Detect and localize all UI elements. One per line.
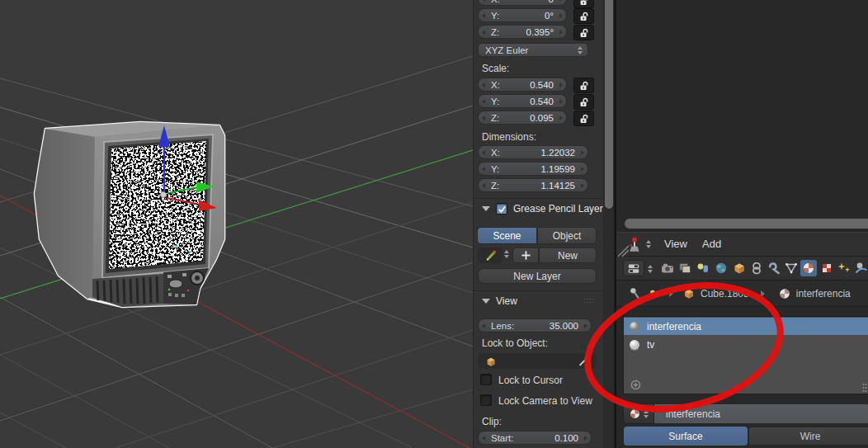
- tab-world[interactable]: [713, 260, 729, 276]
- particles-sparkles-icon: [837, 261, 851, 276]
- tab-constraints[interactable]: [748, 260, 765, 276]
- scale-z-lock-button[interactable]: [573, 111, 594, 126]
- pin-icon[interactable]: [628, 286, 642, 300]
- lock-to-object-field[interactable]: [478, 353, 597, 369]
- menu-add[interactable]: Add: [702, 238, 721, 250]
- scene-breadcrumb-icon[interactable]: [649, 287, 662, 300]
- texture-checker-icon: [819, 261, 834, 276]
- rotation-z-lock-button[interactable]: [573, 25, 594, 40]
- material-sphere-icon: [629, 408, 641, 420]
- breadcrumb-material[interactable]: interferencia: [796, 288, 851, 299]
- mesh-data-icon: [784, 261, 799, 276]
- gp-new-plus-button[interactable]: [512, 248, 539, 263]
- gp-source-stepper[interactable]: [504, 250, 509, 258]
- list-resize-grip-icon[interactable]: [862, 383, 867, 393]
- increment-arrow-icon[interactable]: [559, 0, 563, 2]
- material-type-wire[interactable]: Wire: [748, 427, 868, 446]
- material-slot-row[interactable]: tv: [624, 336, 868, 353]
- material-sphere-icon: [629, 321, 640, 332]
- tab-particles[interactable]: [836, 260, 852, 276]
- material-sphere-icon: [801, 261, 816, 276]
- tab-modifiers[interactable]: [766, 260, 782, 276]
- unlock-icon: [578, 80, 590, 92]
- view-panel-title: View: [496, 295, 517, 307]
- gp-new-layer-button[interactable]: New Layer: [478, 268, 597, 284]
- tab-texture[interactable]: [818, 260, 835, 276]
- breadcrumb-separator-icon: [669, 290, 673, 297]
- clip-section-label: Clip:: [482, 416, 502, 427]
- scale-y-field[interactable]: Y: 0.540: [478, 94, 567, 108]
- collapse-triangle-icon[interactable]: [482, 299, 490, 304]
- clip-start-field[interactable]: Start: 0.100: [478, 431, 592, 445]
- lock-camera-label: Lock Camera to View: [498, 395, 592, 407]
- rotation-x-label: X:: [491, 0, 500, 4]
- decrement-arrow-icon[interactable]: [482, 0, 485, 2]
- scale-x-field[interactable]: X: 0.540: [478, 78, 567, 92]
- view-panel-header[interactable]: View: [482, 295, 517, 307]
- scale-x-lock-button[interactable]: [573, 78, 594, 93]
- rotation-z-field[interactable]: Z: 0.395°: [478, 25, 567, 39]
- gp-tab-object[interactable]: Object: [537, 227, 597, 244]
- lock-to-cursor-checkbox[interactable]: [480, 374, 492, 385]
- manipulator-center[interactable]: [161, 192, 167, 198]
- editor-resize-grip-icon[interactable]: [616, 244, 630, 257]
- rotation-x-field[interactable]: X: 0: [478, 0, 567, 6]
- scale-z-field[interactable]: Z: 0.095: [478, 111, 567, 125]
- properties-editor-type-icon: [627, 262, 640, 275]
- dimensions-y-field[interactable]: Y: 1.19599: [478, 162, 588, 176]
- tab-object-data[interactable]: [783, 260, 800, 276]
- stepper-arrows-icon[interactable]: [578, 46, 583, 54]
- tab-material[interactable]: [800, 260, 817, 276]
- properties-editor-type-button[interactable]: [623, 260, 644, 276]
- material-sphere-icon: [778, 287, 791, 300]
- gp-new-button[interactable]: New: [539, 248, 597, 263]
- datablock-stepper[interactable]: [644, 410, 649, 418]
- panel-grip-icon[interactable]: ::::: [583, 296, 595, 304]
- n-panel-scrollbar[interactable]: [605, 0, 613, 209]
- gp-draw-button[interactable]: [478, 248, 502, 263]
- dimensions-section-label: Dimensions:: [482, 131, 536, 143]
- breadcrumb-object[interactable]: Cube.1803: [701, 288, 749, 299]
- lock-camera-checkbox[interactable]: [480, 394, 492, 406]
- editor-type-stepper[interactable]: [648, 265, 653, 273]
- tab-scene[interactable]: [695, 260, 711, 276]
- tab-physics[interactable]: [853, 260, 868, 276]
- slot-name: tv: [647, 339, 654, 351]
- editor-type-stepper[interactable]: [646, 240, 651, 248]
- dimensions-x-field[interactable]: X: 1.22032: [478, 145, 588, 159]
- lock-to-object-label: Lock to Object:: [482, 337, 548, 349]
- eyedropper-icon[interactable]: [578, 356, 589, 367]
- tab-render-layers[interactable]: [677, 260, 693, 276]
- gp-tab-scene[interactable]: Scene: [477, 227, 537, 244]
- grease-pencil-panel-header[interactable]: Grease Pencil Layers: [482, 203, 608, 215]
- rotation-mode-dropdown[interactable]: XYZ Euler: [478, 43, 588, 57]
- logic-editor-canvas[interactable]: [616, 0, 868, 232]
- material-slot-row[interactable]: interferencia: [624, 318, 868, 335]
- dimensions-z-field[interactable]: Z: 1.14125: [478, 178, 588, 192]
- scale-y-lock-button[interactable]: [573, 94, 594, 110]
- material-slot-list[interactable]: interferencia tv: [623, 316, 868, 394]
- tab-object[interactable]: [731, 260, 748, 276]
- rotation-mode-value: XYZ Euler: [485, 45, 528, 55]
- logic-editor-hscrollbar[interactable]: [625, 219, 868, 229]
- tab-render[interactable]: [659, 260, 676, 276]
- grease-pencil-checkbox[interactable]: [496, 203, 507, 215]
- wrench-icon: [767, 261, 781, 276]
- rotation-x-lock-button[interactable]: [573, 0, 594, 8]
- breadcrumb: Cube.1803 interferencia: [616, 281, 868, 307]
- rotation-y-field[interactable]: Y: 0°: [478, 8, 567, 22]
- material-name-field[interactable]: interferencia: [654, 403, 868, 424]
- slot-name: interferencia: [647, 321, 701, 332]
- n-panel: X: 0 Y: 0° Z: 0.395° XYZ Euler Scale: X:…: [473, 0, 616, 448]
- material-sphere-icon: [629, 339, 640, 351]
- tv-object[interactable]: [35, 122, 224, 307]
- material-datablock-browse-button[interactable]: [623, 403, 654, 424]
- material-type-surface[interactable]: Surface: [624, 427, 748, 446]
- circle-plus-icon[interactable]: [630, 380, 641, 390]
- render-layers-icon: [677, 261, 692, 276]
- menu-view[interactable]: View: [664, 238, 687, 250]
- rotation-y-lock-button[interactable]: [573, 8, 594, 24]
- lens-field[interactable]: Lens: 35.000: [478, 318, 592, 332]
- collapse-triangle-icon[interactable]: [482, 206, 490, 211]
- viewport-3d[interactable]: [0, 0, 473, 448]
